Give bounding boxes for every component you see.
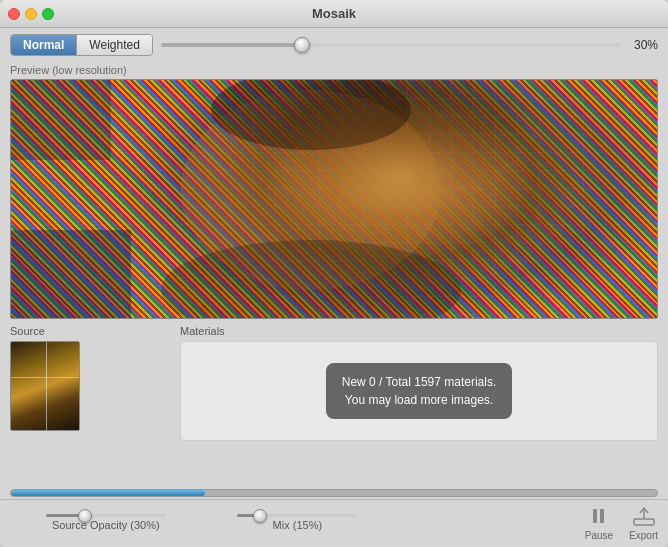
minimize-button[interactable] <box>25 8 37 20</box>
svg-rect-2 <box>11 230 131 318</box>
progress-bar-container <box>0 485 668 499</box>
pause-label: Pause <box>585 530 613 541</box>
action-buttons: Pause Export <box>585 504 658 541</box>
export-svg-icon <box>632 505 656 527</box>
bottom-controls: Source Opacity (30%) Mix (15%) Pause <box>0 500 668 547</box>
mix-label: Mix (15%) <box>273 519 323 531</box>
pause-icon-bars <box>593 509 604 523</box>
preview-image <box>10 79 658 319</box>
pause-button[interactable]: Pause <box>585 504 613 541</box>
preview-label: Preview (low resolution) <box>10 64 658 76</box>
app-window: Mosaik Normal Weighted 30% Preview (low … <box>0 0 668 547</box>
export-icon <box>630 504 658 528</box>
materials-label: Materials <box>180 325 658 337</box>
source-opacity-slider[interactable] <box>46 514 166 517</box>
close-button[interactable] <box>8 8 20 20</box>
mosaic-svg <box>11 80 657 318</box>
view-mode-tabs: Normal Weighted <box>10 34 153 56</box>
toolbar: Normal Weighted 30% <box>0 28 668 62</box>
main-slider[interactable] <box>161 43 620 47</box>
svg-rect-1 <box>11 80 111 160</box>
bottom-section: Source Materials New 0 / Total 1597 mate… <box>0 325 668 485</box>
export-label: Export <box>629 530 658 541</box>
tab-normal[interactable]: Normal <box>11 35 77 55</box>
mix-group: Mix (15%) <box>202 514 394 531</box>
export-button[interactable]: Export <box>629 504 658 541</box>
pause-bar-right <box>600 509 604 523</box>
maximize-button[interactable] <box>42 8 54 20</box>
materials-panel: Materials New 0 / Total 1597 materials. … <box>170 325 658 485</box>
materials-tooltip: New 0 / Total 1597 materials. You may lo… <box>326 363 513 419</box>
tooltip-line2: You may load more images. <box>345 393 493 407</box>
tooltip-line1: New 0 / Total 1597 materials. <box>342 375 497 389</box>
pause-bar-left <box>593 509 597 523</box>
tab-weighted[interactable]: Weighted <box>77 35 151 55</box>
source-opacity-group: Source Opacity (30%) <box>10 514 202 531</box>
preview-section: Preview (low resolution) <box>0 62 668 325</box>
titlebar: Mosaik <box>0 0 668 28</box>
source-label: Source <box>10 325 170 337</box>
window-title: Mosaik <box>312 6 356 21</box>
svg-point-5 <box>161 240 461 318</box>
source-panel: Source <box>10 325 170 485</box>
main-slider-percent: 30% <box>628 38 658 52</box>
pause-icon <box>585 504 613 528</box>
progress-bar-fill <box>11 490 205 496</box>
svg-rect-6 <box>634 519 654 525</box>
progress-bar-background <box>10 489 658 497</box>
traffic-lights <box>8 8 54 20</box>
mix-slider[interactable] <box>237 514 357 517</box>
source-thumbnail <box>10 341 80 431</box>
source-opacity-label: Source Opacity (30%) <box>52 519 160 531</box>
main-slider-container: 30% <box>161 38 658 52</box>
materials-area: New 0 / Total 1597 materials. You may lo… <box>180 341 658 441</box>
